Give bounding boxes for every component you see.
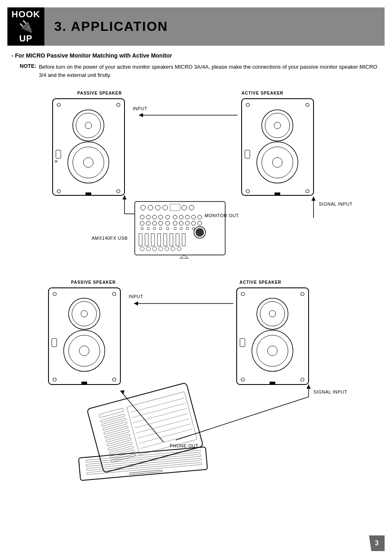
svg-point-70 bbox=[186, 227, 189, 230]
svg-point-122 bbox=[241, 292, 244, 296]
svg-point-84 bbox=[146, 247, 150, 251]
svg-rect-81 bbox=[182, 234, 185, 246]
svg-point-116 bbox=[260, 301, 285, 326]
svg-marker-4 bbox=[139, 113, 143, 117]
svg-rect-79 bbox=[170, 234, 173, 246]
svg-point-30 bbox=[306, 190, 309, 193]
svg-text:MONITOR OUT: MONITOR OUT bbox=[205, 213, 239, 218]
diagram2-svg: PASSIVE SPEAKER ACTIVE SPEAKER INPUT bbox=[12, 276, 381, 481]
svg-marker-128 bbox=[307, 385, 311, 389]
svg-point-51 bbox=[191, 215, 196, 219]
svg-text:INPUT: INPUT bbox=[133, 106, 148, 111]
svg-point-15 bbox=[57, 190, 60, 193]
svg-point-61 bbox=[191, 221, 196, 225]
svg-text:AMX140FX USB: AMX140FX USB bbox=[92, 236, 128, 241]
svg-point-124 bbox=[241, 378, 244, 381]
hook-label: HOOK bbox=[12, 10, 40, 19]
svg-point-109 bbox=[53, 292, 56, 296]
svg-point-110 bbox=[113, 292, 116, 296]
svg-line-150 bbox=[130, 398, 184, 412]
svg-point-88 bbox=[171, 247, 175, 251]
svg-point-86 bbox=[159, 247, 163, 251]
svg-rect-142 bbox=[105, 430, 129, 438]
svg-line-155 bbox=[137, 424, 191, 438]
svg-point-118 bbox=[252, 330, 293, 371]
svg-text:PASSIVE SPEAKER: PASSIVE SPEAKER bbox=[77, 91, 122, 95]
svg-point-85 bbox=[152, 247, 157, 251]
title-bar: 3. APPLICATION bbox=[44, 7, 385, 46]
svg-rect-137 bbox=[99, 408, 124, 417]
svg-point-69 bbox=[180, 227, 182, 230]
svg-point-9 bbox=[68, 142, 109, 183]
svg-rect-74 bbox=[139, 234, 142, 246]
svg-point-52 bbox=[198, 215, 202, 219]
svg-line-151 bbox=[132, 403, 185, 418]
svg-point-58 bbox=[173, 221, 177, 225]
svg-point-7 bbox=[76, 113, 101, 138]
diagram1: PASSIVE SPEAKER ACTIVE SPEAKER INPUT bbox=[12, 86, 380, 263]
page-number: 3 bbox=[369, 535, 385, 551]
svg-rect-77 bbox=[157, 234, 161, 246]
svg-point-125 bbox=[301, 378, 304, 381]
svg-point-54 bbox=[146, 221, 150, 225]
svg-rect-145 bbox=[108, 442, 132, 450]
svg-point-111 bbox=[53, 378, 56, 381]
svg-point-63 bbox=[141, 227, 143, 230]
svg-point-45 bbox=[152, 215, 157, 219]
svg-point-48 bbox=[173, 215, 177, 219]
svg-text:SIGNAL INPUT: SIGNAL INPUT bbox=[319, 202, 353, 206]
svg-text:PHONE OUT: PHONE OUT bbox=[170, 443, 198, 448]
svg-point-68 bbox=[174, 227, 176, 230]
svg-rect-121 bbox=[270, 382, 275, 384]
up-label: UP bbox=[19, 34, 33, 43]
svg-point-37 bbox=[148, 205, 153, 210]
svg-rect-76 bbox=[151, 234, 154, 246]
svg-point-102 bbox=[69, 298, 100, 329]
svg-point-49 bbox=[179, 215, 183, 219]
svg-point-119 bbox=[257, 335, 288, 366]
svg-marker-82 bbox=[180, 255, 188, 258]
svg-line-153 bbox=[134, 414, 188, 428]
svg-point-38 bbox=[155, 205, 160, 210]
svg-point-11 bbox=[83, 158, 93, 167]
diagram2: PASSIVE SPEAKER ACTIVE SPEAKER INPUT bbox=[12, 276, 380, 481]
svg-point-47 bbox=[166, 215, 170, 219]
svg-point-56 bbox=[159, 221, 163, 225]
svg-point-120 bbox=[267, 346, 277, 356]
svg-rect-108 bbox=[81, 382, 87, 384]
svg-point-13 bbox=[57, 103, 60, 107]
diagram1-svg: PASSIVE SPEAKER ACTIVE SPEAKER INPUT bbox=[12, 86, 381, 263]
svg-point-60 bbox=[185, 221, 189, 225]
svg-point-103 bbox=[72, 301, 97, 326]
svg-point-112 bbox=[113, 378, 116, 381]
note-block: NOTE: Before turn on the power of your a… bbox=[20, 63, 380, 79]
svg-point-115 bbox=[257, 298, 288, 329]
svg-rect-134 bbox=[87, 459, 201, 470]
svg-point-57 bbox=[166, 221, 170, 225]
svg-point-83 bbox=[140, 247, 144, 251]
svg-marker-33 bbox=[311, 197, 316, 201]
svg-rect-135 bbox=[87, 463, 201, 475]
svg-line-156 bbox=[138, 429, 192, 443]
svg-point-104 bbox=[81, 310, 88, 317]
svg-point-106 bbox=[69, 335, 100, 366]
svg-rect-114 bbox=[237, 288, 309, 385]
svg-point-21 bbox=[265, 113, 290, 138]
svg-point-67 bbox=[166, 227, 169, 230]
note-text: Before turn on the power of your active … bbox=[39, 63, 380, 79]
svg-text:⊞: ⊞ bbox=[55, 160, 58, 163]
header: HOOK 🔌 UP 3. APPLICATION bbox=[7, 7, 385, 46]
hook-up-box: HOOK 🔌 UP bbox=[7, 7, 44, 46]
svg-rect-78 bbox=[164, 234, 167, 246]
svg-point-8 bbox=[85, 122, 92, 129]
svg-point-10 bbox=[73, 147, 104, 178]
svg-point-64 bbox=[147, 227, 150, 230]
svg-rect-80 bbox=[176, 234, 179, 246]
svg-point-73 bbox=[196, 228, 204, 236]
main-content: - For MICRO Passive Monitor Matching wit… bbox=[0, 46, 392, 500]
plug-icon: 🔌 bbox=[19, 20, 33, 33]
svg-marker-100 bbox=[134, 301, 138, 306]
svg-point-39 bbox=[163, 205, 168, 210]
svg-point-105 bbox=[64, 330, 105, 371]
svg-point-66 bbox=[159, 227, 162, 230]
